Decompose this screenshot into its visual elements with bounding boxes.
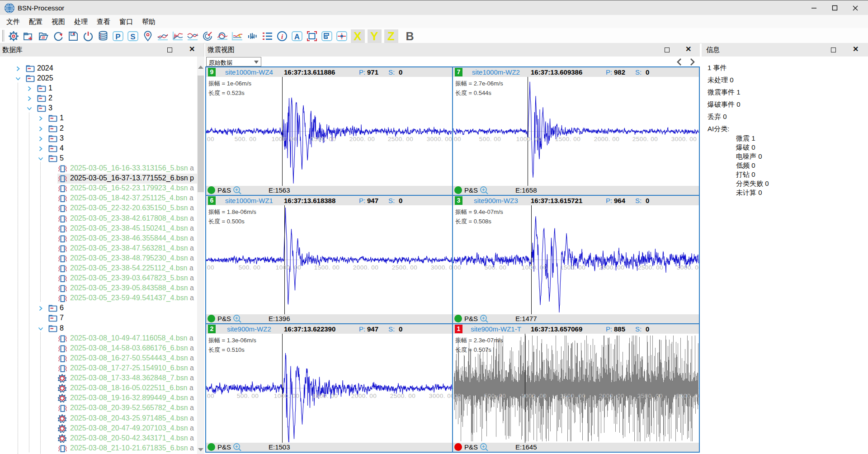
svg-text:A: A	[294, 33, 300, 41]
svg-text:P: P	[115, 33, 120, 41]
svg-text:S: S	[130, 33, 135, 41]
svg-text:i: i	[281, 33, 283, 40]
